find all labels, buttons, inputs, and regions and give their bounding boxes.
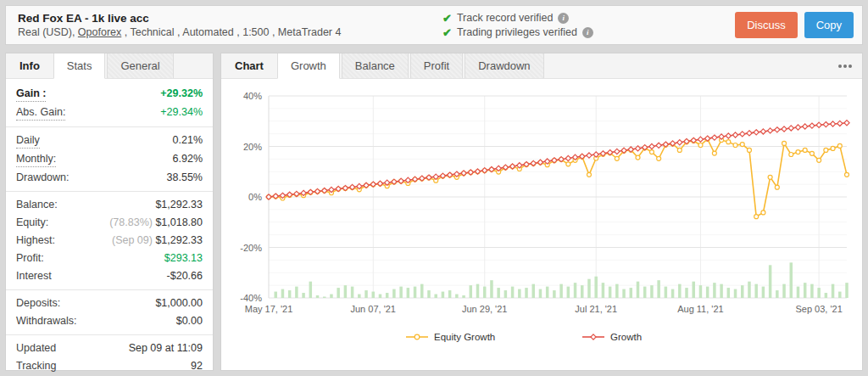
stat-value: 38.55%: [167, 171, 203, 185]
stat-value: $1,292.33: [155, 198, 203, 212]
stat-value: $1,000.00: [155, 296, 203, 311]
stat-row: Drawdown:38.55%: [6, 169, 213, 187]
x-axis-tick-label: Aug 11, '21: [677, 304, 724, 314]
tab-stats[interactable]: Stats: [53, 53, 106, 79]
stats-group: UpdatedSep 09 at 11:09Tracking92: [6, 334, 213, 376]
stat-row: Balance:$1,292.33: [6, 196, 213, 214]
stats-tabstrip: Info Stats General: [6, 53, 213, 79]
stat-row: UpdatedSep 09 at 11:09: [6, 340, 213, 357]
stat-row: Deposits:$1,000.00: [6, 295, 213, 312]
checkmark-icon: ✔: [442, 12, 452, 25]
stat-label: Profit:: [16, 251, 44, 266]
stat-value: -$20.66: [167, 269, 203, 283]
stat-label: Gain :: [16, 87, 46, 102]
track-record-verified-row: ✔ Track record verified i: [442, 12, 593, 25]
legend-label: Growth: [610, 332, 642, 342]
growth-chart-svg: May 17, '21Jun 07, '21Jun 29, '21Jul 21,…: [226, 84, 855, 368]
y-axis-tick-label: -40%: [240, 293, 262, 303]
stat-row: Tracking92: [6, 357, 213, 375]
checkmark-icon: ✔: [442, 26, 452, 39]
stat-row: Abs. Gain:+29.34%: [6, 104, 213, 122]
tab-profit[interactable]: Profit: [410, 53, 463, 78]
y-axis-tick-label: 0%: [248, 192, 262, 202]
stat-row: Interest-$20.66: [6, 267, 213, 285]
account-title-block: Red Fox EA - 1k live acc Real (USD), Opo…: [14, 11, 442, 40]
y-axis-tick-label: -20%: [240, 243, 262, 253]
x-axis-tick-label: May 17, '21: [245, 304, 293, 314]
trading-privileges-verified-label: Trading privileges verified: [457, 26, 577, 39]
discuss-button[interactable]: Discuss: [735, 12, 798, 38]
stat-value: +29.34%: [160, 105, 203, 120]
stat-row: Gain :+29.32%: [6, 85, 213, 104]
equity-growth-line-series: [267, 137, 849, 218]
stats-group: Daily0.21%Monthly:6.92%Drawdown:38.55%: [6, 126, 213, 191]
account-title: Red Fox EA - 1k live acc: [18, 11, 442, 25]
stat-value: Sep 09 at 11:09: [129, 341, 203, 356]
stat-label: Balance:: [16, 198, 58, 212]
trading-privileges-verified-row: ✔ Trading privileges verified i: [442, 26, 593, 39]
stat-label: Equity:: [16, 216, 48, 230]
broker-link[interactable]: Opoforex: [78, 26, 121, 38]
stat-value-note: (Sep 09): [112, 234, 155, 246]
account-type: Real (USD),: [18, 26, 78, 38]
tab-balance[interactable]: Balance: [342, 53, 409, 78]
info-panel-label: Info: [6, 53, 53, 78]
stat-value: $0.00: [176, 314, 203, 328]
stat-label: Updated: [16, 341, 56, 356]
stat-label: Highest:: [16, 233, 55, 248]
stat-value: 6.92%: [173, 152, 203, 166]
stat-label: Interest: [16, 269, 52, 283]
tab-drawdown[interactable]: Drawdown: [465, 53, 543, 78]
chart-panel: Chart Growth Balance Profit Drawdown May…: [220, 53, 863, 371]
activity-bars: [274, 262, 848, 298]
stat-value-note: (78.83%): [109, 216, 155, 228]
stats-group: Deposits:$1,000.00Withdrawals:$0.00: [6, 289, 213, 334]
x-axis-tick-label: Sep 03, '21: [795, 304, 842, 314]
tab-growth[interactable]: Growth: [277, 53, 340, 79]
stat-row: Monthly:6.92%: [6, 150, 213, 169]
x-axis-tick-label: Jun 29, '21: [462, 304, 507, 314]
stat-row: Daily0.21%: [6, 132, 213, 150]
info-icon[interactable]: i: [582, 27, 593, 38]
stat-value: 92: [191, 359, 203, 373]
stat-label: Abs. Gain:: [16, 105, 65, 121]
stats-panel: Info Stats General Gain :+29.32%Abs. Gai…: [5, 53, 214, 371]
x-axis-tick-label: Jul 21, '21: [575, 304, 617, 314]
ellipsis-menu-icon[interactable]: [828, 53, 862, 78]
legend-label: Equity Growth: [434, 332, 495, 342]
stats-group: Balance:$1,292.33Equity:(78.83%) $1,018.…: [6, 191, 213, 289]
stats-group: Gain :+29.32%Abs. Gain:+29.34%: [6, 81, 213, 126]
chart-tabstrip: Chart Growth Balance Profit Drawdown: [221, 53, 862, 79]
stat-value: (78.83%) $1,018.80: [109, 216, 203, 230]
stat-label: Drawdown:: [16, 171, 70, 185]
y-axis-tick-label: 20%: [243, 142, 262, 152]
legend-item-equity-growth[interactable]: Equity Growth: [406, 332, 495, 342]
account-subtitle: Real (USD), Opoforex , Technical , Autom…: [18, 25, 442, 40]
stat-label: Tracking: [16, 359, 56, 373]
stat-label: Daily: [16, 133, 40, 149]
stat-row: Equity:(78.83%) $1,018.80: [6, 214, 213, 232]
stats-rows: Gain :+29.32%Abs. Gain:+29.34%Daily0.21%…: [6, 79, 213, 376]
stat-value: $293.13: [164, 251, 203, 266]
track-record-verified-label: Track record verified: [457, 12, 553, 25]
x-axis-tick-label: Jun 07, '21: [351, 304, 396, 314]
growth-chart: May 17, '21Jun 07, '21Jun 29, '21Jul 21,…: [221, 79, 862, 371]
chart-panel-label: Chart: [221, 53, 277, 78]
stat-value: +29.32%: [160, 87, 203, 101]
legend-item-growth[interactable]: Growth: [582, 332, 642, 342]
verification-block: ✔ Track record verified i ✔ Trading priv…: [442, 12, 593, 39]
stat-row: Highest:(Sep 09) $1,292.33: [6, 232, 213, 250]
stat-value: (Sep 09) $1,292.33: [112, 233, 203, 248]
stat-label: Deposits:: [16, 296, 60, 311]
stat-row: Profit:$293.13: [6, 250, 213, 267]
account-attributes: , Technical , Automated , 1:500 , MetaTr…: [121, 26, 341, 38]
tab-general[interactable]: General: [107, 53, 173, 78]
stat-label: Monthly:: [16, 152, 56, 167]
growth-line-series: [266, 121, 849, 199]
info-icon[interactable]: i: [558, 13, 569, 24]
stat-row: Withdrawals:$0.00: [6, 312, 213, 330]
copy-button[interactable]: Copy: [804, 12, 854, 38]
stat-value: 0.21%: [173, 133, 203, 148]
y-axis-tick-label: 40%: [243, 91, 262, 101]
account-header: Red Fox EA - 1k live acc Real (USD), Opo…: [5, 5, 863, 45]
